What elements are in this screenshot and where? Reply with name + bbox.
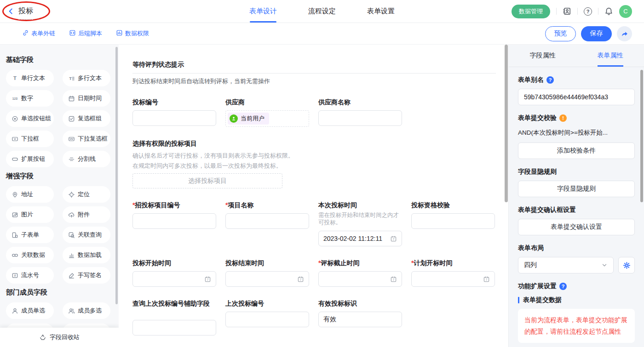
visibility-rules-button[interactable]: 字段显隐规则 bbox=[518, 181, 635, 197]
avatar[interactable]: C bbox=[619, 5, 632, 18]
field-type-text-multi[interactable]: T多行文本 bbox=[63, 70, 110, 86]
form-field[interactable]: 投标资格校验 bbox=[411, 201, 495, 229]
back-button[interactable]: 投标 bbox=[7, 6, 33, 16]
bell-icon[interactable] bbox=[604, 7, 613, 16]
save-button[interactable]: 保存 bbox=[581, 26, 612, 41]
field-type-data-load[interactable]: 数据加载 bbox=[63, 247, 110, 263]
text-input[interactable] bbox=[132, 213, 216, 229]
data-manage-button[interactable]: 数据管理 bbox=[512, 5, 550, 18]
text-input[interactable] bbox=[132, 320, 216, 336]
datetime-input[interactable]: 7 bbox=[132, 271, 216, 287]
input-value: 有效 bbox=[323, 315, 336, 324]
text-input[interactable] bbox=[132, 110, 216, 126]
form-divider-section[interactable]: 等待评判状态提示到达投标结束时间后自动流转到评标，当前无需操作 bbox=[132, 61, 508, 85]
field-type-subform[interactable]: 子表单 bbox=[6, 227, 54, 243]
field-type-divider-line[interactable]: 分割线 bbox=[63, 151, 110, 167]
field-type-member-multi[interactable]: 成员多选 bbox=[63, 302, 110, 319]
warning-icon[interactable]: ! bbox=[559, 114, 567, 122]
help-icon[interactable]: ? bbox=[584, 7, 592, 16]
sidebar-section-title: 基础字段 bbox=[6, 56, 119, 64]
submit-confirm-button[interactable]: 表单提交确认设置 bbox=[518, 219, 635, 235]
form-field[interactable]: 供应商当前用户 bbox=[225, 98, 309, 127]
header-tab-2[interactable]: 流程设定 bbox=[308, 0, 336, 23]
field-type-extend-button[interactable]: 扩展按钮 bbox=[6, 151, 54, 167]
panel-scrollbar[interactable] bbox=[640, 70, 643, 202]
field-type-datetime[interactable]: 日期时间 bbox=[63, 90, 110, 107]
header-tab-3[interactable]: 表单设置 bbox=[367, 0, 395, 23]
project-select-field[interactable]: 选择有权限的投标项目确认报名后才可进行投标，没有项目则表示无参与投标权限。在规定… bbox=[132, 140, 496, 188]
preview-button[interactable]: 预览 bbox=[545, 26, 576, 41]
datetime-input[interactable]: 2023-02-02 11:12:117 bbox=[318, 231, 402, 246]
field-type-attachment[interactable]: 附件 bbox=[63, 206, 110, 223]
divider-description: 到达投标结束时间后自动流转到评标，当前无需操作 bbox=[132, 77, 508, 85]
sidebar-field-grid: 地址定位图片附件子表单关联查询关联数据数据加载#流水号手写签名 bbox=[6, 186, 119, 284]
form-field[interactable]: 投标开始时间7 bbox=[132, 259, 216, 287]
field-type-label: 关联查询 bbox=[78, 231, 102, 239]
toolbar-link-link[interactable]: 表单外链 bbox=[22, 29, 55, 38]
field-label: 上次投标编号 bbox=[225, 300, 309, 307]
form-field[interactable]: *项目名称 bbox=[225, 201, 309, 229]
select-bid-project-button[interactable]: 选择投标项目 bbox=[132, 173, 282, 188]
layout-select[interactable]: 四列 bbox=[518, 257, 614, 273]
question-icon[interactable]: ? bbox=[559, 283, 567, 290]
form-field[interactable]: 查询上次投标编号辅助字段 bbox=[132, 300, 216, 336]
text-input[interactable] bbox=[225, 213, 309, 229]
field-type-label: 日期时间 bbox=[78, 94, 102, 102]
form-field[interactable]: *招投标项目编号 bbox=[132, 201, 216, 229]
field-type-relation-query[interactable]: 关联查询 bbox=[63, 227, 110, 243]
group-description-line: 确认报名后才可进行投标，没有项目则表示无参与投标权限。 bbox=[132, 151, 496, 160]
form-field[interactable]: 本次投标时间需在投标开始和结束时间之内才可投标。2023-02-02 11:12… bbox=[318, 201, 402, 246]
sidebar-scrollbar[interactable] bbox=[115, 47, 118, 304]
text-input[interactable] bbox=[318, 110, 402, 126]
field-type-select[interactable]: 下拉框 bbox=[6, 131, 54, 147]
toolbar-link-script[interactable]: 后端脚本 bbox=[69, 29, 102, 38]
svg-text:T: T bbox=[69, 76, 72, 80]
tab-form-properties[interactable]: 表单属性 bbox=[576, 45, 644, 67]
field-type-serial-number[interactable]: #流水号 bbox=[6, 267, 54, 284]
text-single-icon: T bbox=[12, 75, 18, 82]
address-icon bbox=[12, 191, 18, 198]
form-field[interactable]: *计划开标时间7 bbox=[411, 259, 495, 287]
form-alias-label: 表单别名 ? bbox=[518, 76, 635, 84]
form-field[interactable]: *评标截止时间7 bbox=[318, 259, 402, 287]
form-field[interactable]: 有效投标标识有效 bbox=[318, 300, 402, 327]
datetime-input[interactable]: 7 bbox=[225, 271, 309, 287]
field-label: 投标开始时间 bbox=[132, 259, 216, 267]
header-tab-1[interactable]: 表单设计 bbox=[249, 0, 277, 23]
field-type-multi-select[interactable]: 下拉复选框 bbox=[63, 131, 110, 147]
field-label-text: 投标编号 bbox=[132, 98, 158, 106]
tab-field-properties[interactable]: 字段属性 bbox=[509, 45, 576, 67]
field-type-checkbox-group[interactable]: 复选框组 bbox=[63, 110, 110, 127]
field-type-signature[interactable]: 手写签名 bbox=[63, 267, 110, 284]
share-button[interactable] bbox=[617, 26, 632, 41]
canvas-scrollbar[interactable] bbox=[505, 45, 508, 202]
toolbar-link-permission[interactable]: 数据权限 bbox=[116, 29, 149, 38]
datetime-input[interactable]: 7 bbox=[318, 271, 402, 287]
text-input[interactable] bbox=[225, 312, 309, 327]
field-type-image[interactable]: 图片 bbox=[6, 206, 54, 223]
form-field[interactable]: 投标结束时间7 bbox=[225, 259, 309, 287]
user-icon bbox=[230, 114, 238, 123]
form-field[interactable]: 上次投标编号 bbox=[225, 300, 309, 327]
field-recycle-bin[interactable]: 字段回收站 bbox=[0, 328, 119, 347]
form-field[interactable]: 供应商名称 bbox=[318, 98, 402, 126]
field-type-text-single[interactable]: T单行文本 bbox=[6, 70, 54, 86]
field-type-address[interactable]: 地址 bbox=[6, 186, 54, 203]
field-type-number[interactable]: 123数字 bbox=[6, 90, 54, 107]
add-validation-button[interactable]: 添加校验条件 bbox=[518, 142, 635, 159]
svg-text:7: 7 bbox=[393, 278, 395, 281]
panel-body: 表单别名 ? 59b74305986e44469ef034a3 表单提交校验 !… bbox=[509, 76, 644, 347]
layout-settings-button[interactable] bbox=[618, 257, 635, 273]
field-type-relation-data[interactable]: 关联数据 bbox=[6, 247, 54, 263]
form-field[interactable]: 投标编号 bbox=[132, 98, 216, 126]
text-input[interactable] bbox=[411, 213, 495, 229]
contacts-icon[interactable] bbox=[563, 7, 571, 16]
form-alias-input[interactable]: 59b74305986e44469ef034a3 bbox=[518, 89, 635, 105]
datetime-input[interactable]: 7 bbox=[411, 271, 495, 287]
field-type-radio-group[interactable]: 单选按钮组 bbox=[6, 110, 54, 127]
member-field-input[interactable]: 当前用户 bbox=[225, 110, 309, 127]
text-input[interactable]: 有效 bbox=[318, 312, 402, 327]
question-icon[interactable]: ? bbox=[546, 76, 554, 84]
field-type-location[interactable]: 定位 bbox=[63, 186, 110, 203]
field-type-member-single[interactable]: 成员单选 bbox=[6, 302, 54, 319]
